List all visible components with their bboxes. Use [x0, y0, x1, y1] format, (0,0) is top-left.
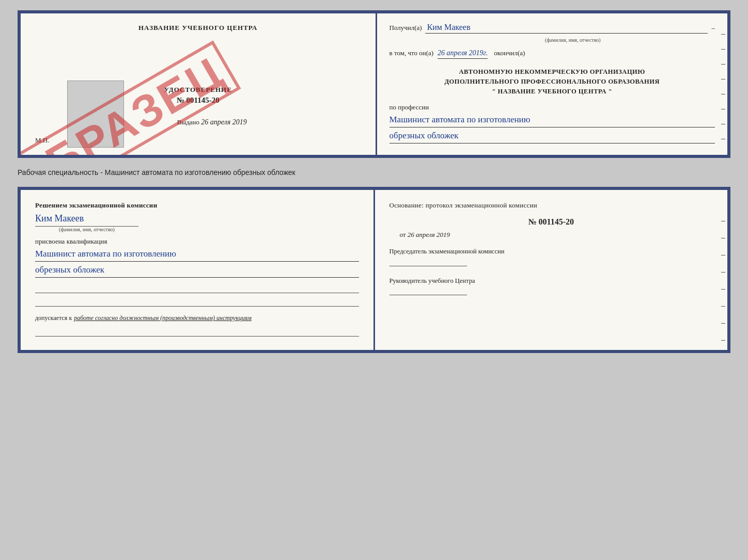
- edge-mark-b8: [721, 340, 725, 341]
- predsedatel-block: Председатель экзаменационной комиссии: [389, 247, 713, 266]
- edge-mark-2: [721, 49, 725, 50]
- edge-mark-b2: [721, 238, 725, 238]
- edge-mark-8: [721, 139, 725, 139]
- org-line2: ДОПОЛНИТЕЛЬНОГО ПРОФЕССИОНАЛЬНОГО ОБРАЗО…: [389, 77, 715, 87]
- ot-prefix: от: [400, 231, 406, 238]
- udc-block: УДОСТОВЕРЕНИЕ № 001145-20: [164, 86, 232, 105]
- org-line3: " НАЗВАНИЕ УЧЕБНОГО ЦЕНТРА ": [389, 87, 715, 97]
- org-name-block: АВТОНОМНУЮ НЕКОММЕРЧЕСКУЮ ОРГАНИЗАЦИЮ ДО…: [389, 67, 715, 96]
- edge-mark-4: [721, 79, 725, 79]
- edge-mark-b5: [721, 289, 725, 290]
- qual-line2: обрезных обложек: [35, 264, 359, 278]
- edge-mark-3: [721, 64, 725, 65]
- vydano-line: Выдано 26 апреля 2019: [177, 118, 247, 126]
- caption-line: Рабочая специальность - Машинист автомат…: [18, 166, 730, 179]
- edge-mark-b6: [721, 306, 725, 307]
- blank-line-3: [35, 326, 359, 337]
- right-edge-marks: [721, 34, 725, 139]
- photo-placeholder: [67, 81, 124, 148]
- blank-line-1: [35, 283, 359, 293]
- profession-line2: обрезных обложек: [389, 130, 715, 143]
- vtom-date: 26 апреля 2019г.: [438, 49, 488, 59]
- rukovoditel-block: Руководитель учебного Центра: [389, 277, 713, 296]
- profession-block: по профессии Машинист автомата по изгото…: [389, 103, 715, 143]
- dopusk-block: допускается к работе согласно должностны…: [35, 313, 359, 322]
- okonchil-label: окончил(а): [494, 49, 525, 57]
- bottom-doc-right: Основание: протокол экзаменационной коми…: [375, 190, 728, 350]
- profession-line1: Машинист автомата по изготовлению: [389, 114, 715, 127]
- mp-label: М.П.: [35, 136, 49, 145]
- prisvoena-label: присвоена квалификация: [35, 237, 359, 246]
- ot-date: 26 апреля 2019: [408, 231, 450, 238]
- edge-mark-5: [721, 94, 725, 94]
- person-name: Ким Макеев: [35, 213, 359, 224]
- predsedatel-signature-line: [389, 266, 467, 266]
- recipient-name: Ким Макеев: [425, 23, 708, 34]
- vydano-prefix: Выдано: [177, 118, 199, 126]
- blank-line-2: [35, 296, 359, 307]
- bottom-document: Решением экзаменационной комиссии Ким Ма…: [18, 187, 730, 353]
- edge-mark-7: [721, 124, 725, 124]
- qualification-block: Машинист автомата по изготовлению обрезн…: [35, 248, 359, 278]
- dopusk-prefix: допускается к: [35, 314, 72, 322]
- fio-sub: (фамилия, имя, отчество): [35, 226, 138, 232]
- edge-mark-1: [721, 34, 725, 35]
- edge-mark-b7: [721, 323, 725, 324]
- fam-sub: (фамилия, имя, отчество): [545, 37, 601, 43]
- edge-mark-b1: [721, 221, 725, 221]
- rukovoditel-signature-line: [389, 295, 467, 295]
- name-block: Ким Макеев (фамилия, имя, отчество): [35, 213, 359, 233]
- top-left-title: НАЗВАНИЕ УЧЕБНОГО ЦЕНТРА: [138, 24, 258, 32]
- dash1: –: [712, 24, 715, 32]
- bottom-doc-left: Решением экзаменационной комиссии Ким Ма…: [21, 190, 375, 350]
- top-document: НАЗВАНИЕ УЧЕБНОГО ЦЕНТРА УДОСТОВЕРЕНИЕ №…: [18, 10, 730, 158]
- dopusk-text: работе согласно должностным (производств…: [74, 314, 252, 322]
- left-lines-block: [35, 283, 359, 307]
- komissia-title: Решением экзаменационной комиссии: [35, 200, 359, 211]
- top-doc-left: НАЗВАНИЕ УЧЕБНОГО ЦЕНТРА УДОСТОВЕРЕНИЕ №…: [21, 13, 377, 155]
- ot-date-block: от 26 апреля 2019: [389, 231, 713, 239]
- po-professii: по профессии: [389, 103, 715, 111]
- osnov-title: Основание: протокол экзаменационной коми…: [389, 200, 713, 211]
- edge-mark-6: [721, 109, 725, 109]
- vydano-date: 26 апреля 2019: [201, 118, 246, 126]
- protocol-number: № 001145-20: [389, 217, 713, 227]
- udc-label: УДОСТОВЕРЕНИЕ: [164, 86, 232, 94]
- predsedatel-label: Председатель экзаменационной комиссии: [389, 247, 713, 257]
- qual-line1: Машинист автомата по изготовлению: [35, 248, 359, 262]
- vtom-label: в том, что он(а): [389, 49, 434, 57]
- right-edge-marks-bottom: [721, 221, 725, 341]
- edge-mark-b4: [721, 272, 725, 273]
- rukovoditel-label: Руководитель учебного Центра: [389, 277, 713, 286]
- edge-mark-b3: [721, 255, 725, 255]
- poluchil-label: Получил(а): [389, 24, 422, 32]
- top-doc-right: Получил(а) Ким Макеев – (фамилия, имя, о…: [377, 13, 728, 155]
- org-line1: АВТОНОМНУЮ НЕКОММЕРЧЕСКУЮ ОРГАНИЗАЦИЮ: [389, 67, 715, 77]
- udc-number: № 001145-20: [164, 96, 232, 105]
